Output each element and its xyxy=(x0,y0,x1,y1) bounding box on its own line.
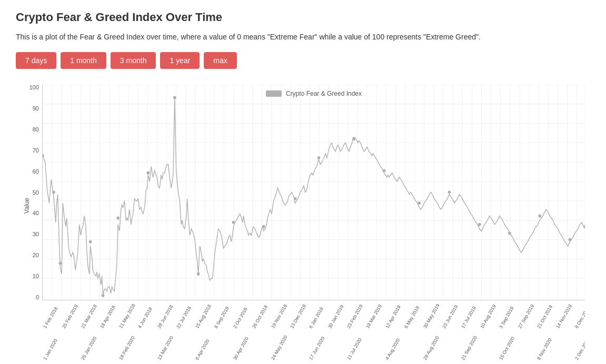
x-label: 19 Mar 2019 xyxy=(365,304,383,329)
svg-point-82 xyxy=(352,137,355,140)
btn-1year[interactable]: 1 year xyxy=(160,52,200,69)
x-label: 2 Oct 2018 xyxy=(232,307,249,329)
x-label: 6 Apr 2020 xyxy=(194,338,210,361)
x-label: 28 Jun 2018 xyxy=(156,304,174,329)
x-label: 8 Nov 2020 xyxy=(536,337,553,361)
x-label: 1 Jan 2020 xyxy=(42,338,58,361)
btn-3month[interactable]: 3 month xyxy=(111,52,156,69)
legend-label: Crypto Fear & Greed Index xyxy=(286,90,362,97)
x-label: 25 Jan 2020 xyxy=(80,336,97,361)
legend-swatch xyxy=(266,90,282,97)
svg-point-74 xyxy=(116,217,120,220)
x-label: 27 Sep 2019 xyxy=(517,304,535,329)
svg-point-80 xyxy=(294,197,297,200)
x-label: 6 Jan 2019 xyxy=(308,306,324,329)
chart-plot-area: Crypto Fear & Greed Index xyxy=(42,85,585,300)
y-label-80: 80 xyxy=(16,127,42,133)
x-label: 1 Feb 2018 xyxy=(42,306,58,329)
y-label-50: 50 xyxy=(16,190,42,196)
x-label: 13 Mar 2020 xyxy=(156,335,174,361)
page-description: This is a plot of the Fear & Greed Index… xyxy=(16,32,590,43)
chart-svg xyxy=(43,85,585,300)
chart-container: Value 0 10 20 30 40 50 60 70 80 90 100 C… xyxy=(16,79,590,332)
y-label-90: 90 xyxy=(16,106,42,112)
x-label: 21 Oct 2019 xyxy=(536,305,553,329)
y-label-40: 40 xyxy=(16,210,42,216)
x-label: 28 Aug 2020 xyxy=(422,335,440,361)
y-axis: 0 10 20 30 40 50 60 70 80 90 100 xyxy=(16,85,42,300)
svg-point-78 xyxy=(232,221,235,224)
svg-point-76 xyxy=(173,96,176,99)
x-axis-labels: 1 Feb 2018 25 Feb 2018 21 Mar 2018 18 Ap… xyxy=(42,300,585,332)
x-label: 23 Jun 2019 xyxy=(441,304,459,329)
x-label: 22 Jul 2018 xyxy=(175,306,192,329)
svg-point-69 xyxy=(43,154,44,157)
svg-point-87 xyxy=(508,231,511,235)
x-label: 30 Apr 2020 xyxy=(232,336,250,361)
x-label: 19 Nov 2018 xyxy=(270,304,288,329)
svg-point-86 xyxy=(478,223,481,226)
x-label: 18 Apr 2018 xyxy=(99,305,116,329)
x-label: 11 May 2018 xyxy=(118,303,136,329)
x-label: 21 Sep 2020 xyxy=(460,335,478,361)
svg-point-77 xyxy=(197,272,200,276)
x-label: 23 Feb 2019 xyxy=(346,304,364,329)
x-label: 17 Jul 2019 xyxy=(460,306,477,329)
x-label: 6 May 2019 xyxy=(403,305,420,329)
svg-point-81 xyxy=(317,156,321,159)
y-label-100: 100 xyxy=(16,85,42,90)
svg-point-75 xyxy=(146,171,150,175)
svg-point-72 xyxy=(89,240,92,244)
y-label-60: 60 xyxy=(16,169,42,175)
svg-point-73 xyxy=(102,294,105,297)
x-label: 21 Mar 2018 xyxy=(80,304,98,329)
x-label: 25 Feb 2018 xyxy=(61,304,79,329)
time-range-buttons: 7 days 1 month 3 month 1 year max xyxy=(16,52,590,69)
y-label-0: 0 xyxy=(16,295,42,300)
x-label: 11 Jul 2020 xyxy=(346,337,363,361)
x-label: 24 May 2020 xyxy=(270,335,289,361)
svg-point-70 xyxy=(52,190,55,194)
chart-legend: Crypto Fear & Greed Index xyxy=(266,90,362,97)
y-label-70: 70 xyxy=(16,148,42,154)
y-label-20: 20 xyxy=(16,252,42,258)
x-label: 26 Oct 2018 xyxy=(251,305,269,329)
btn-7days[interactable]: 7 days xyxy=(16,52,56,69)
y-label-30: 30 xyxy=(16,231,42,237)
svg-point-71 xyxy=(59,261,62,265)
x-label: 30 Jan 2019 xyxy=(327,304,344,329)
page-title: Crypto Fear & Greed Index Over Time xyxy=(16,11,590,24)
svg-point-84 xyxy=(418,201,421,205)
x-label: 10 Aug 2019 xyxy=(479,304,497,329)
svg-point-85 xyxy=(448,190,451,194)
x-label: 18 Feb 2020 xyxy=(118,335,136,361)
x-label: 4 Jun 2018 xyxy=(137,306,153,329)
x-label: 8 Dec 2019 xyxy=(574,306,585,329)
x-label: 17 Jun 2020 xyxy=(308,336,325,361)
x-label: 30 May 2019 xyxy=(422,303,441,329)
y-label-10: 10 xyxy=(16,274,42,279)
x-label: 2 Dec 2020 xyxy=(574,337,585,361)
svg-point-83 xyxy=(383,169,386,173)
x-label: 15 Aug 2018 xyxy=(194,304,212,329)
btn-max[interactable]: max xyxy=(204,52,236,69)
x-label: 12 Apr 2019 xyxy=(384,305,402,329)
svg-point-89 xyxy=(569,238,572,241)
x-label: 14 Nov 2019 xyxy=(555,304,573,329)
svg-point-88 xyxy=(538,214,541,217)
x-label: 8 Sep 2018 xyxy=(213,306,230,329)
x-label: 13 Dec 2018 xyxy=(289,304,307,329)
x-axis-labels-2: 1 Jan 2020 25 Jan 2020 18 Feb 2020 13 Ma… xyxy=(42,332,585,363)
x-label: 4 Aug 2020 xyxy=(384,338,401,361)
btn-1month[interactable]: 1 month xyxy=(61,52,106,69)
x-label: 15 Oct 2020 xyxy=(498,336,515,361)
svg-point-79 xyxy=(262,225,265,228)
x-label: 3 Sep 2019 xyxy=(498,306,515,329)
